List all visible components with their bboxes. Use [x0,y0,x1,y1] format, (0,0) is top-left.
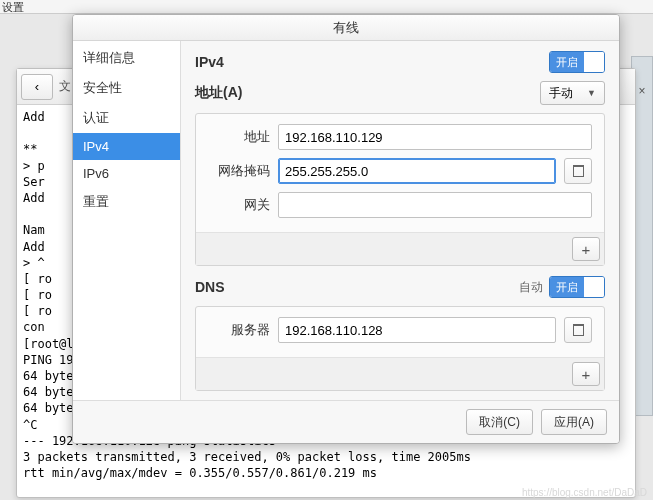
apply-button[interactable]: 应用(A) [541,409,607,435]
toggle-on-label: 开启 [550,277,584,297]
dialog-footer: 取消(C) 应用(A) [73,400,619,443]
dns-toggle[interactable]: 开启 [549,276,605,298]
chevron-left-icon: ‹ [35,79,39,94]
method-select-label: 手动 [549,85,573,102]
chevron-down-icon: ▼ [587,88,596,98]
settings-content: IPv4 开启 地址(A) 手动 ▼ 地址 [181,41,619,400]
dns-auto-label: 自动 [519,279,543,296]
dns-server-input[interactable] [278,317,556,343]
toggle-handle [584,52,604,72]
ipv4-header: IPv4 [195,54,224,70]
dialog-title: 有线 [73,15,619,41]
close-icon[interactable]: × [635,84,649,98]
settings-sidebar: 详细信息 安全性 认证 IPv4 IPv6 重置 [73,41,181,400]
cancel-button[interactable]: 取消(C) [466,409,533,435]
dns-group: 服务器 + [195,306,605,391]
sidebar-item-details[interactable]: 详细信息 [73,43,180,73]
terminal-tab-label: 文 [59,78,71,95]
sidebar-item-reset[interactable]: 重置 [73,187,180,217]
add-address-button[interactable]: + [572,237,600,261]
dns-server-label: 服务器 [208,321,270,339]
sidebar-item-auth[interactable]: 认证 [73,103,180,133]
back-button[interactable]: ‹ [21,74,53,100]
address-group: 地址 网络掩码 网关 + [195,113,605,266]
add-dns-button[interactable]: + [572,362,600,386]
delete-address-button[interactable] [564,158,592,184]
sidebar-item-ipv6[interactable]: IPv6 [73,160,180,187]
desktop-top-panel: 设置 [0,0,653,14]
netmask-label: 网络掩码 [208,162,270,180]
netmask-input[interactable] [278,158,556,184]
method-select[interactable]: 手动 ▼ [540,81,605,105]
dns-header: DNS [195,279,225,295]
trash-icon [573,324,584,336]
network-settings-dialog: 有线 详细信息 安全性 认证 IPv4 IPv6 重置 IPv4 开启 [72,14,620,444]
sidebar-item-security[interactable]: 安全性 [73,73,180,103]
trash-icon [573,165,584,177]
delete-dns-button[interactable] [564,317,592,343]
ipv4-toggle[interactable]: 开启 [549,51,605,73]
address-label: 地址 [208,128,270,146]
gateway-label: 网关 [208,196,270,214]
toggle-handle [584,277,604,297]
sidebar-item-ipv4[interactable]: IPv4 [73,133,180,160]
address-input[interactable] [278,124,592,150]
address-header: 地址(A) [195,84,242,102]
gateway-input[interactable] [278,192,592,218]
toggle-on-label: 开启 [550,52,584,72]
